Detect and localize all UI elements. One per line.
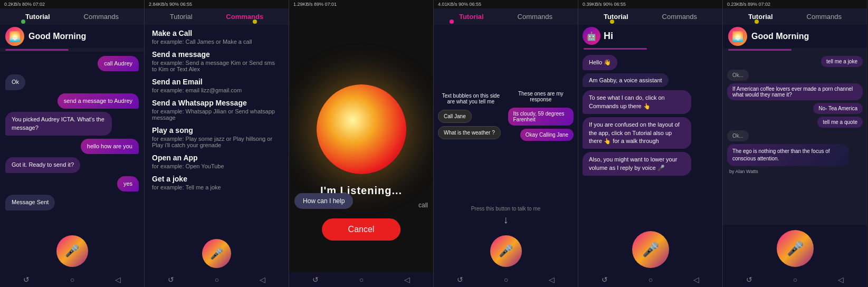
nav-home-1[interactable]: ○: [70, 275, 74, 284]
mic-area-6: 🎤: [723, 225, 867, 272]
gm2-chat-area: tell me a joke Ok... If American coffee …: [723, 52, 867, 225]
msg-1-2: Ok: [5, 74, 25, 90]
hi-header: 🤖 Hi: [578, 25, 722, 47]
listening-area: I'm Listening... How can I help call Can…: [289, 8, 433, 272]
nav-home-3[interactable]: ○: [359, 275, 364, 284]
nav-menu-2[interactable]: ◁: [260, 275, 265, 284]
nav-home-4[interactable]: ○: [504, 275, 508, 284]
mic-button-6[interactable]: 🎤: [777, 230, 814, 267]
right-annotation-text: These ones are my response: [508, 91, 574, 102]
tab-commands-2[interactable]: Commands: [226, 13, 263, 23]
nav-home-2[interactable]: ○: [215, 275, 219, 284]
command-joke: Get a joke for example: Tell me a joke: [152, 175, 281, 190]
left-annotation-text: Text bubbles on this side are what you t…: [438, 93, 504, 104]
tab-commands-5[interactable]: Commands: [662, 13, 697, 23]
cmd-example-1: for example: Call James or Make a call: [152, 39, 281, 45]
command-play-song: Play a song for example: Play some jazz …: [152, 126, 281, 148]
nav-home-5[interactable]: ○: [648, 275, 653, 284]
tab-commands-6[interactable]: Commands: [807, 13, 842, 23]
cmd-title-4: Send a Whatsapp Message: [152, 99, 281, 107]
bubble-calling-jane: Okay Calling Jane: [520, 129, 574, 141]
how-can-help-btn[interactable]: How can I help: [294, 193, 353, 209]
tab-bar-1: Tutorial Commands: [0, 8, 144, 25]
tab-tutorial-5[interactable]: Tutorial: [604, 13, 628, 23]
purple-line-6: [728, 49, 791, 51]
cmd-example-7: for example: Tell me a joke: [152, 184, 281, 190]
cmd-example-6: for example: Open YouTube: [152, 163, 281, 169]
tab-tutorial-6[interactable]: Tutorial: [748, 13, 773, 23]
mic-button-2[interactable]: 🎤: [202, 239, 231, 268]
nav-back-3[interactable]: ↺: [312, 275, 319, 284]
tab-commands-1[interactable]: Commands: [84, 13, 119, 23]
tab-tutorial-4[interactable]: Tutorial: [459, 13, 484, 23]
hi-chat-area: Hello 👋 Am Gabby, a voice assistant To s…: [578, 51, 722, 227]
nav-bar-4: ↺ ○ ◁: [434, 272, 578, 287]
gm2-msg-3: If American coffee lovers ever made a po…: [727, 83, 863, 100]
tab-indicator-1: [21, 20, 25, 24]
cmd-example-5: for example: Play some jazz or Play hill…: [152, 136, 281, 148]
nav-back-2[interactable]: ↺: [168, 275, 174, 284]
screen4: 4.01KB/s 90% 06:55 Tutorial Commands Tex…: [434, 0, 578, 287]
msg-1-6: Got it. Ready to send it?: [5, 157, 80, 173]
status-left-3: 1.29KB/s 89% 07:01: [293, 2, 337, 7]
mic-area-1: 🎤: [0, 230, 144, 272]
tab-tutorial-1[interactable]: Tutorial: [25, 13, 50, 23]
msg-header-1: 🌅 Good Morning: [0, 25, 144, 48]
gm2-msg-2: Ok...: [727, 70, 749, 81]
nav-menu-1[interactable]: ◁: [115, 275, 121, 284]
mic-button-1[interactable]: 🎤: [56, 235, 88, 267]
mic-area-4: 🎤: [434, 230, 578, 272]
command-send-message: Send a message for example: Send a messa…: [152, 50, 281, 72]
nav-back-5[interactable]: ↺: [602, 275, 608, 284]
avatar-6: 🌅: [728, 27, 747, 46]
nav-back-4[interactable]: ↺: [457, 275, 463, 284]
nav-back-1[interactable]: ↺: [23, 275, 30, 284]
command-open-app: Open an App for example: Open YouTube: [152, 154, 281, 169]
status-bar-4: 4.01KB/s 90% 06:55: [434, 0, 578, 8]
hi-screen-content: 🤖 Hi Hello 👋 Am Gabby, a voice assistant…: [578, 25, 722, 227]
cmd-title-1: Make a Call: [152, 29, 281, 37]
status-left-1: 0.2KB/s 80% 07:02: [4, 2, 45, 7]
bubble-weather: What is the weather ?: [438, 126, 501, 139]
msg-header-6: 🌅 Good Morning: [723, 25, 867, 48]
mic-button-4[interactable]: 🎤: [490, 235, 522, 267]
mic-button-5[interactable]: 🎤: [632, 231, 669, 268]
nav-menu-3[interactable]: ◁: [404, 275, 410, 284]
screen1: 0.2KB/s 80% 07:02 Tutorial Commands 🌅 Go…: [0, 0, 145, 287]
greeting-1: Good Morning: [28, 32, 86, 41]
nav-home-6[interactable]: ○: [793, 275, 797, 284]
tab-indicator-6: [755, 20, 759, 24]
tab-bar-2: Tutorial Commands: [145, 8, 289, 25]
cmd-title-6: Open an App: [152, 154, 281, 162]
nav-menu-5[interactable]: ◁: [693, 275, 699, 284]
status-bar-5: 0.39KB/s 90% 06:55: [578, 0, 722, 8]
annotation-row-4: Text bubbles on this side are what you t…: [438, 29, 574, 203]
nav-back-6[interactable]: ↺: [746, 275, 752, 284]
cmd-title-2: Send a message: [152, 50, 281, 59]
gm2-quote: The ego is nothing other than the focus …: [727, 144, 849, 166]
tab-indicator-5: [610, 20, 614, 24]
nav-menu-6[interactable]: ◁: [838, 275, 844, 284]
tab-commands-4[interactable]: Commands: [518, 13, 552, 23]
status-left-2: 2.84KB/s 90% 06:55: [149, 2, 192, 7]
nav-bar-2: ↺ ○ ◁: [145, 272, 289, 287]
nav-bar-6: ↺ ○ ◁: [723, 272, 867, 287]
status-left-6: 0.23KB/s 89% 07:02: [727, 2, 770, 7]
hi-avatar: 🤖: [583, 27, 600, 45]
tab-tutorial-2[interactable]: Tutorial: [170, 13, 193, 23]
right-col-4: These ones are my response Its cloudy, 5…: [508, 91, 574, 141]
nav-bar-3: ↺ ○ ◁: [289, 272, 433, 287]
msg-1-1: call Audrey: [98, 56, 139, 71]
call-label[interactable]: call: [418, 202, 428, 209]
mic-area-5: 🎤: [578, 227, 722, 272]
mic-area-2: 🎤: [145, 235, 289, 272]
nav-menu-4[interactable]: ◁: [549, 275, 555, 284]
bubble-call-jane: Call Jane: [438, 110, 472, 123]
cmd-example-2: for example: Send a message Kim or Send …: [152, 60, 281, 72]
msg-1-5: hello how are you: [81, 139, 139, 154]
msg-1-4: You picked Audrey ICTA. What's the messa…: [5, 112, 112, 136]
tab-bar-6: Tutorial Commands: [723, 8, 867, 25]
cmd-title-3: Send an Email: [152, 78, 281, 86]
command-make-call: Make a Call for example: Call James or M…: [152, 29, 281, 45]
cancel-button[interactable]: Cancel: [322, 218, 401, 241]
